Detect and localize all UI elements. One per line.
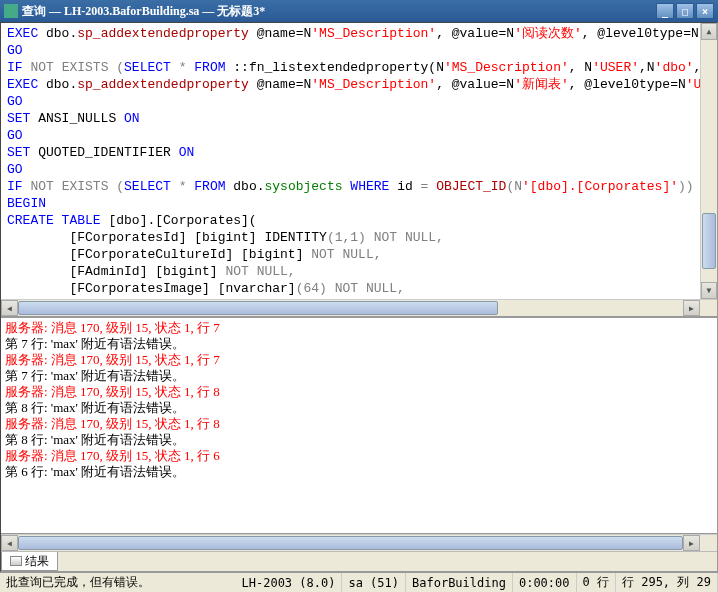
status-cursor-position: 行 295, 列 29 [616,573,718,592]
scroll-up-icon[interactable]: ▲ [701,23,717,40]
msg-horizontal-scrollbar[interactable]: ◀ ▶ [1,534,717,551]
status-message: 批查询已完成，但有错误。 [0,574,236,591]
status-bar: 批查询已完成，但有错误。 LH-2003 (8.0) sa (51) Bafor… [0,572,718,592]
error-detail: 第 7 行: 'max' 附近有语法错误。 [5,368,713,384]
tab-label: 结果 [25,553,49,570]
scroll-down-icon[interactable]: ▼ [701,282,717,299]
tab-results[interactable]: 结果 [1,552,58,571]
messages-output[interactable]: 服务器: 消息 170, 级别 15, 状态 1, 行 7 第 7 行: 'ma… [1,318,717,534]
scroll-right-icon[interactable]: ▶ [683,300,700,316]
status-rows: 0 行 [577,573,616,592]
error-line: 服务器: 消息 170, 级别 15, 状态 1, 行 6 [5,448,713,464]
error-line: 服务器: 消息 170, 级别 15, 状态 1, 行 7 [5,352,713,368]
title-bar: 查询 — LH-2003.BaforBuilding.sa — 无标题3* _ … [0,0,718,22]
status-server: LH-2003 (8.0) [236,573,343,592]
scroll-left-icon[interactable]: ◀ [1,300,18,316]
messages-pane: 服务器: 消息 170, 级别 15, 状态 1, 行 7 第 7 行: 'ma… [1,318,717,571]
error-detail: 第 8 行: 'max' 附近有语法错误。 [5,400,713,416]
scroll-thumb[interactable] [702,213,716,269]
app-icon [4,4,18,18]
sql-editor-pane: EXEC dbo.sp_addextendedproperty @name=N'… [1,23,717,318]
error-line: 服务器: 消息 170, 级别 15, 状态 1, 行 7 [5,320,713,336]
code-horizontal-scrollbar[interactable]: ◀ ▶ [1,299,717,316]
error-detail: 第 8 行: 'max' 附近有语法错误。 [5,432,713,448]
status-database: BaforBuilding [406,573,513,592]
maximize-button[interactable]: □ [676,3,694,19]
results-tab-bar: 结果 [1,551,717,571]
error-line: 服务器: 消息 170, 级别 15, 状态 1, 行 8 [5,384,713,400]
main-area: EXEC dbo.sp_addextendedproperty @name=N'… [0,22,718,572]
window-buttons: _ □ × [656,3,714,19]
status-user: sa (51) [342,573,406,592]
scroll-right-icon[interactable]: ▶ [683,535,700,551]
error-detail: 第 6 行: 'max' 附近有语法错误。 [5,464,713,480]
window-title: 查询 — LH-2003.BaforBuilding.sa — 无标题3* [22,3,656,20]
scroll-thumb[interactable] [18,536,683,550]
minimize-button[interactable]: _ [656,3,674,19]
status-time: 0:00:00 [513,573,577,592]
close-button[interactable]: × [696,3,714,19]
error-detail: 第 7 行: 'max' 附近有语法错误。 [5,336,713,352]
grid-icon [10,556,22,566]
error-line: 服务器: 消息 170, 级别 15, 状态 1, 行 8 [5,416,713,432]
scroll-left-icon[interactable]: ◀ [1,535,18,551]
scroll-thumb[interactable] [18,301,498,315]
sql-editor[interactable]: EXEC dbo.sp_addextendedproperty @name=N'… [1,23,717,299]
code-vertical-scrollbar[interactable]: ▲ ▼ [700,23,717,299]
